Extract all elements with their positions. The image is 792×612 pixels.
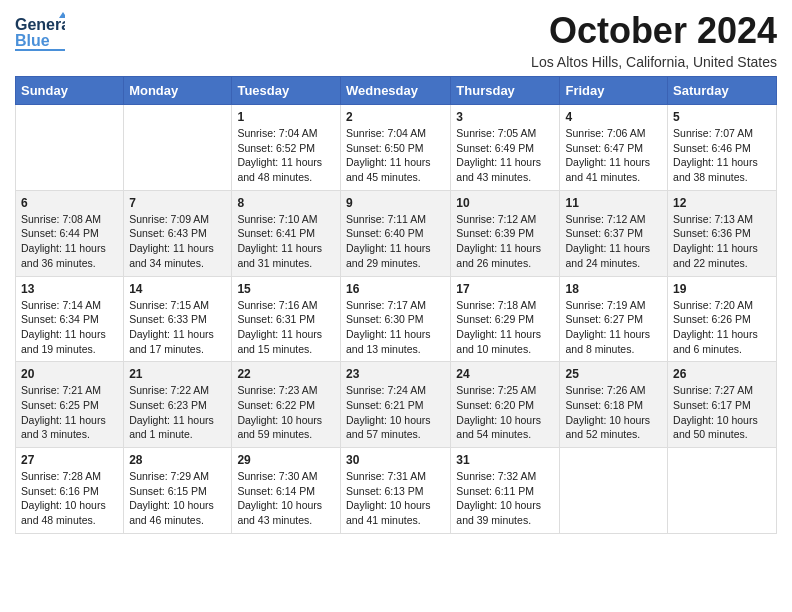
day-info: Sunrise: 7:12 AMSunset: 6:39 PMDaylight:…	[456, 212, 554, 271]
day-number: 16	[346, 282, 445, 296]
calendar-cell: 30Sunrise: 7:31 AMSunset: 6:13 PMDayligh…	[340, 448, 450, 534]
day-number: 29	[237, 453, 335, 467]
day-number: 23	[346, 367, 445, 381]
week-row-3: 13Sunrise: 7:14 AMSunset: 6:34 PMDayligh…	[16, 276, 777, 362]
day-info: Sunrise: 7:10 AMSunset: 6:41 PMDaylight:…	[237, 212, 335, 271]
day-number: 30	[346, 453, 445, 467]
day-info: Sunrise: 7:16 AMSunset: 6:31 PMDaylight:…	[237, 298, 335, 357]
week-row-2: 6Sunrise: 7:08 AMSunset: 6:44 PMDaylight…	[16, 190, 777, 276]
day-number: 8	[237, 196, 335, 210]
day-header-monday: Monday	[124, 77, 232, 105]
day-number: 9	[346, 196, 445, 210]
calendar-cell: 7Sunrise: 7:09 AMSunset: 6:43 PMDaylight…	[124, 190, 232, 276]
calendar-cell: 25Sunrise: 7:26 AMSunset: 6:18 PMDayligh…	[560, 362, 668, 448]
day-number: 3	[456, 110, 554, 124]
day-info: Sunrise: 7:31 AMSunset: 6:13 PMDaylight:…	[346, 469, 445, 528]
day-number: 6	[21, 196, 118, 210]
day-info: Sunrise: 7:08 AMSunset: 6:44 PMDaylight:…	[21, 212, 118, 271]
day-info: Sunrise: 7:20 AMSunset: 6:26 PMDaylight:…	[673, 298, 771, 357]
day-number: 7	[129, 196, 226, 210]
day-info: Sunrise: 7:06 AMSunset: 6:47 PMDaylight:…	[565, 126, 662, 185]
calendar-cell: 5Sunrise: 7:07 AMSunset: 6:46 PMDaylight…	[668, 105, 777, 191]
calendar-cell: 8Sunrise: 7:10 AMSunset: 6:41 PMDaylight…	[232, 190, 341, 276]
calendar-cell: 29Sunrise: 7:30 AMSunset: 6:14 PMDayligh…	[232, 448, 341, 534]
week-row-5: 27Sunrise: 7:28 AMSunset: 6:16 PMDayligh…	[16, 448, 777, 534]
calendar-cell: 11Sunrise: 7:12 AMSunset: 6:37 PMDayligh…	[560, 190, 668, 276]
day-number: 24	[456, 367, 554, 381]
day-header-wednesday: Wednesday	[340, 77, 450, 105]
calendar-cell: 6Sunrise: 7:08 AMSunset: 6:44 PMDaylight…	[16, 190, 124, 276]
day-info: Sunrise: 7:26 AMSunset: 6:18 PMDaylight:…	[565, 383, 662, 442]
calendar-cell: 14Sunrise: 7:15 AMSunset: 6:33 PMDayligh…	[124, 276, 232, 362]
day-info: Sunrise: 7:13 AMSunset: 6:36 PMDaylight:…	[673, 212, 771, 271]
calendar-cell: 16Sunrise: 7:17 AMSunset: 6:30 PMDayligh…	[340, 276, 450, 362]
calendar-cell: 9Sunrise: 7:11 AMSunset: 6:40 PMDaylight…	[340, 190, 450, 276]
calendar-cell: 22Sunrise: 7:23 AMSunset: 6:22 PMDayligh…	[232, 362, 341, 448]
calendar-cell: 10Sunrise: 7:12 AMSunset: 6:39 PMDayligh…	[451, 190, 560, 276]
day-header-friday: Friday	[560, 77, 668, 105]
day-header-sunday: Sunday	[16, 77, 124, 105]
day-number: 12	[673, 196, 771, 210]
day-info: Sunrise: 7:12 AMSunset: 6:37 PMDaylight:…	[565, 212, 662, 271]
header: General Blue October 2024 Los Altos Hill…	[15, 10, 777, 70]
day-info: Sunrise: 7:04 AMSunset: 6:52 PMDaylight:…	[237, 126, 335, 185]
day-number: 18	[565, 282, 662, 296]
calendar-cell	[560, 448, 668, 534]
day-info: Sunrise: 7:11 AMSunset: 6:40 PMDaylight:…	[346, 212, 445, 271]
day-info: Sunrise: 7:07 AMSunset: 6:46 PMDaylight:…	[673, 126, 771, 185]
day-info: Sunrise: 7:05 AMSunset: 6:49 PMDaylight:…	[456, 126, 554, 185]
day-info: Sunrise: 7:29 AMSunset: 6:15 PMDaylight:…	[129, 469, 226, 528]
day-number: 27	[21, 453, 118, 467]
calendar-cell: 31Sunrise: 7:32 AMSunset: 6:11 PMDayligh…	[451, 448, 560, 534]
calendar-cell: 28Sunrise: 7:29 AMSunset: 6:15 PMDayligh…	[124, 448, 232, 534]
day-info: Sunrise: 7:25 AMSunset: 6:20 PMDaylight:…	[456, 383, 554, 442]
day-number: 19	[673, 282, 771, 296]
day-info: Sunrise: 7:22 AMSunset: 6:23 PMDaylight:…	[129, 383, 226, 442]
month-title: October 2024	[531, 10, 777, 52]
day-info: Sunrise: 7:19 AMSunset: 6:27 PMDaylight:…	[565, 298, 662, 357]
week-row-1: 1Sunrise: 7:04 AMSunset: 6:52 PMDaylight…	[16, 105, 777, 191]
calendar-cell: 26Sunrise: 7:27 AMSunset: 6:17 PMDayligh…	[668, 362, 777, 448]
calendar-cell	[668, 448, 777, 534]
calendar-cell: 20Sunrise: 7:21 AMSunset: 6:25 PMDayligh…	[16, 362, 124, 448]
calendar-table: SundayMondayTuesdayWednesdayThursdayFrid…	[15, 76, 777, 534]
day-info: Sunrise: 7:32 AMSunset: 6:11 PMDaylight:…	[456, 469, 554, 528]
calendar-cell: 13Sunrise: 7:14 AMSunset: 6:34 PMDayligh…	[16, 276, 124, 362]
calendar-cell: 23Sunrise: 7:24 AMSunset: 6:21 PMDayligh…	[340, 362, 450, 448]
calendar-cell	[16, 105, 124, 191]
calendar-cell: 19Sunrise: 7:20 AMSunset: 6:26 PMDayligh…	[668, 276, 777, 362]
calendar-cell: 15Sunrise: 7:16 AMSunset: 6:31 PMDayligh…	[232, 276, 341, 362]
day-number: 4	[565, 110, 662, 124]
calendar-cell: 18Sunrise: 7:19 AMSunset: 6:27 PMDayligh…	[560, 276, 668, 362]
calendar-cell: 24Sunrise: 7:25 AMSunset: 6:20 PMDayligh…	[451, 362, 560, 448]
calendar-cell: 2Sunrise: 7:04 AMSunset: 6:50 PMDaylight…	[340, 105, 450, 191]
day-info: Sunrise: 7:09 AMSunset: 6:43 PMDaylight:…	[129, 212, 226, 271]
day-number: 26	[673, 367, 771, 381]
day-info: Sunrise: 7:21 AMSunset: 6:25 PMDaylight:…	[21, 383, 118, 442]
day-number: 15	[237, 282, 335, 296]
day-number: 31	[456, 453, 554, 467]
week-row-4: 20Sunrise: 7:21 AMSunset: 6:25 PMDayligh…	[16, 362, 777, 448]
calendar-cell: 3Sunrise: 7:05 AMSunset: 6:49 PMDaylight…	[451, 105, 560, 191]
day-info: Sunrise: 7:18 AMSunset: 6:29 PMDaylight:…	[456, 298, 554, 357]
day-info: Sunrise: 7:28 AMSunset: 6:16 PMDaylight:…	[21, 469, 118, 528]
day-info: Sunrise: 7:14 AMSunset: 6:34 PMDaylight:…	[21, 298, 118, 357]
calendar-cell: 12Sunrise: 7:13 AMSunset: 6:36 PMDayligh…	[668, 190, 777, 276]
location: Los Altos Hills, California, United Stat…	[531, 54, 777, 70]
day-number: 22	[237, 367, 335, 381]
day-number: 21	[129, 367, 226, 381]
day-number: 2	[346, 110, 445, 124]
day-header-thursday: Thursday	[451, 77, 560, 105]
day-info: Sunrise: 7:24 AMSunset: 6:21 PMDaylight:…	[346, 383, 445, 442]
calendar-cell: 1Sunrise: 7:04 AMSunset: 6:52 PMDaylight…	[232, 105, 341, 191]
day-number: 13	[21, 282, 118, 296]
logo-icon: General Blue	[15, 10, 65, 58]
page-container: General Blue October 2024 Los Altos Hill…	[0, 0, 792, 549]
day-number: 28	[129, 453, 226, 467]
day-number: 1	[237, 110, 335, 124]
calendar-cell: 21Sunrise: 7:22 AMSunset: 6:23 PMDayligh…	[124, 362, 232, 448]
day-info: Sunrise: 7:27 AMSunset: 6:17 PMDaylight:…	[673, 383, 771, 442]
calendar-cell: 27Sunrise: 7:28 AMSunset: 6:16 PMDayligh…	[16, 448, 124, 534]
day-number: 17	[456, 282, 554, 296]
calendar-cell: 17Sunrise: 7:18 AMSunset: 6:29 PMDayligh…	[451, 276, 560, 362]
